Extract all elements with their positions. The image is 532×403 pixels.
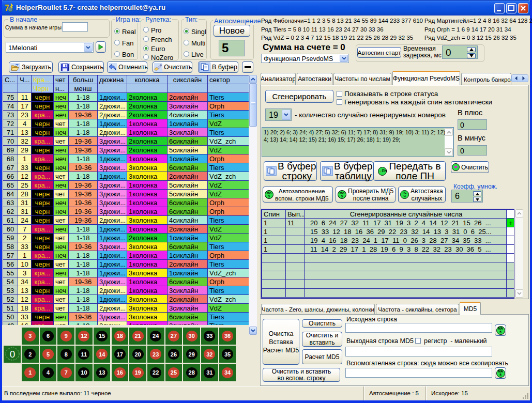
svg-text:0: 0 <box>9 349 15 360</box>
